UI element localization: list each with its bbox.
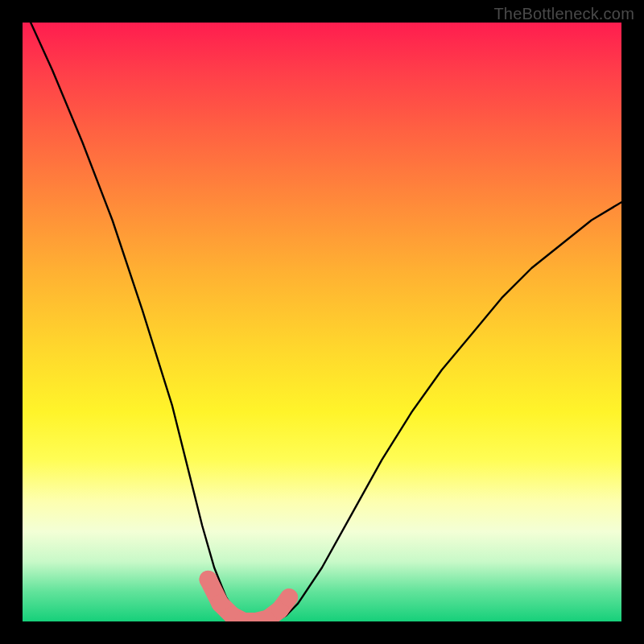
bottleneck-curve (23, 23, 621, 621)
highlight-dot (280, 588, 298, 606)
watermark-text: TheBottleneck.com (493, 5, 634, 23)
curve-svg (23, 23, 621, 621)
chart-frame: TheBottleneck.com (0, 0, 644, 644)
highlight-dot (200, 571, 217, 588)
highlight-dots-group (200, 571, 299, 621)
plot-area (23, 23, 621, 621)
